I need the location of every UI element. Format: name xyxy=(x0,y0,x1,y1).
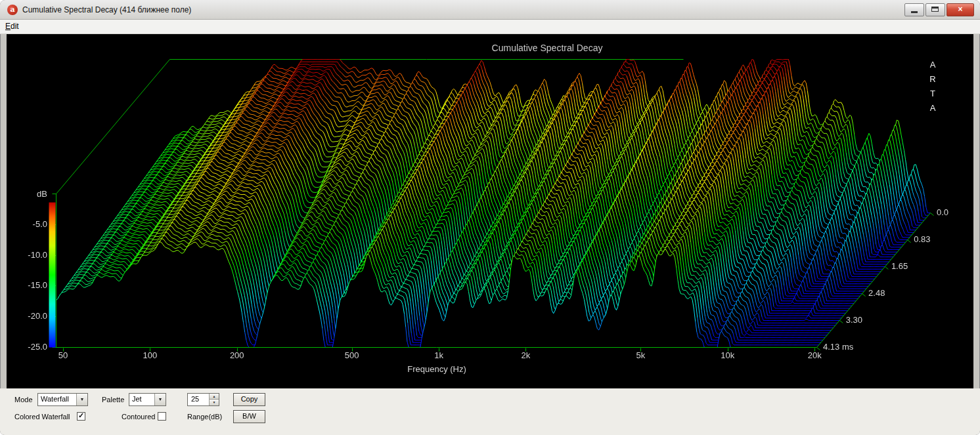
minimize-button[interactable] xyxy=(904,3,924,16)
control-panel: Mode Waterfall ▼ Palette Jet ▼ 25 ▲ ▼ Co… xyxy=(0,388,980,435)
palette-label: Palette xyxy=(102,396,124,404)
colored-waterfall-checkbox[interactable]: ✓ xyxy=(77,412,85,421)
range-db-label: Range(dB) xyxy=(187,413,222,421)
close-icon: × xyxy=(947,4,973,15)
spin-down-icon[interactable]: ▼ xyxy=(209,400,219,405)
window-title: Cumulative Spectral Decay (414 ближнее п… xyxy=(22,5,191,14)
range-db-value: 25 xyxy=(191,395,199,403)
palette-select-value: Jet xyxy=(132,395,142,403)
contoured-checkbox[interactable] xyxy=(158,412,166,421)
palette-select[interactable]: Jet ▼ xyxy=(129,393,166,406)
spin-up-icon[interactable]: ▲ xyxy=(209,394,219,400)
mode-label: Mode xyxy=(14,396,33,404)
minimize-icon xyxy=(911,11,918,13)
app-window: a Cumulative Spectral Decay (414 ближнее… xyxy=(0,0,980,435)
waterfall-canvas xyxy=(7,34,973,388)
app-icon: a xyxy=(7,5,18,15)
maximize-icon xyxy=(931,7,939,12)
chevron-down-icon[interactable]: ▼ xyxy=(76,394,87,405)
menubar: Edit xyxy=(0,20,980,34)
contoured-label: Contoured xyxy=(122,413,155,421)
copy-button[interactable]: Copy xyxy=(233,393,265,406)
bw-button[interactable]: B/W xyxy=(233,410,265,423)
range-db-input[interactable]: 25 ▲ ▼ xyxy=(187,393,219,406)
arta-watermark: A R T A xyxy=(926,58,939,115)
mode-select-value: Waterfall xyxy=(41,395,69,403)
titlebar[interactable]: a Cumulative Spectral Decay (414 ближнее… xyxy=(0,0,980,20)
frequency-axis-label: Frequency (Hz) xyxy=(407,364,466,374)
colored-waterfall-label: Colored Waterfall xyxy=(14,413,70,421)
mode-select[interactable]: Waterfall ▼ xyxy=(37,393,88,406)
menu-edit[interactable]: Edit xyxy=(0,20,24,33)
plot-area: Cumulative Spectral Decay A R T A dB Fre… xyxy=(7,34,973,388)
plot-title: Cumulative Spectral Decay xyxy=(492,43,603,53)
chevron-down-icon[interactable]: ▼ xyxy=(154,394,166,405)
maximize-button[interactable] xyxy=(925,3,945,16)
close-button[interactable]: × xyxy=(947,3,974,16)
db-axis-label: dB xyxy=(14,189,47,199)
